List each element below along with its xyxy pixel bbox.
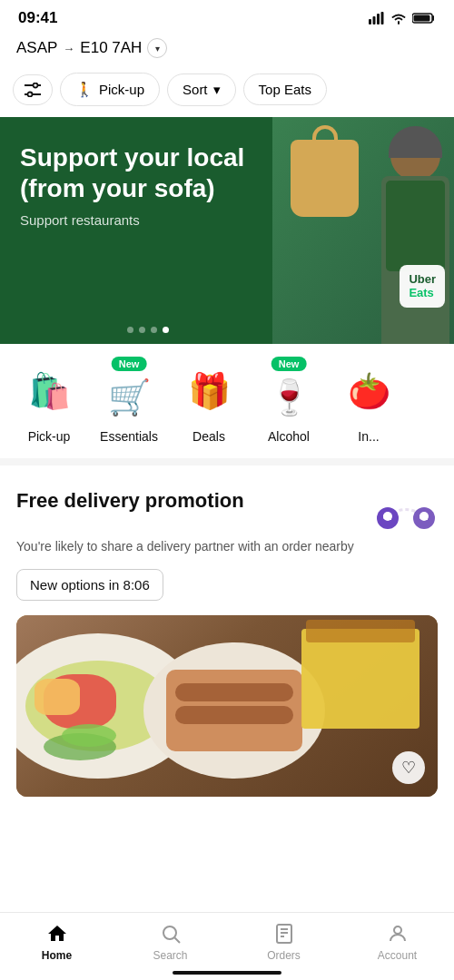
essentials-emoji: 🛒 xyxy=(108,377,151,417)
home-indicator xyxy=(173,971,281,975)
bottom-nav: Home Search Orders Account xyxy=(0,912,454,980)
category-essentials[interactable]: New 🛒 Essentials xyxy=(89,360,169,444)
hero-banner: Support your local (from your sofa) Supp… xyxy=(0,117,454,344)
section-divider xyxy=(0,458,454,466)
home-icon xyxy=(45,922,69,946)
promo-title: Free delivery promotion xyxy=(16,489,374,513)
status-time: 09:41 xyxy=(18,9,57,27)
timer-badge: New options in 8:06 xyxy=(16,569,163,601)
pickup-filter-label: Pick-up xyxy=(99,82,144,97)
category-alcohol[interactable]: New 🍷 Alcohol xyxy=(249,360,329,444)
sort-chevron-icon: ▾ xyxy=(213,82,221,98)
svg-rect-2 xyxy=(377,14,380,24)
adjust-icon xyxy=(25,83,41,97)
promo-map-icons: 🛍 🛍 xyxy=(374,489,438,534)
promo-description: You're likely to share a delivery partne… xyxy=(16,538,438,556)
hero-subtitle: Support restaurants xyxy=(20,212,272,228)
restaurant-image xyxy=(16,615,438,797)
grocery-icon-wrap: 🍅 xyxy=(338,360,400,422)
sort-label: Sort xyxy=(183,82,208,97)
location-bar[interactable]: ASAP → E10 7AH ▾ xyxy=(0,33,454,67)
top-eats-button[interactable]: Top Eats xyxy=(243,74,327,105)
svg-rect-5 xyxy=(414,15,430,22)
promo-header: Free delivery promotion 🛍 🛍 xyxy=(16,489,438,534)
alcohol-category-label: Alcohol xyxy=(268,429,310,444)
hero-image: Uber Eats xyxy=(272,117,454,344)
hero-title: Support your local (from your sofa) xyxy=(20,142,272,203)
deals-emoji: 🎁 xyxy=(188,371,231,411)
favorite-button[interactable]: ♡ xyxy=(392,751,425,784)
deals-category-label: Deals xyxy=(192,429,225,444)
alcohol-badge: New xyxy=(271,357,307,371)
essentials-icon-wrap: New 🛒 xyxy=(98,360,160,422)
nav-home[interactable]: Home xyxy=(0,922,114,962)
nav-search[interactable]: Search xyxy=(114,922,227,962)
account-icon xyxy=(386,922,410,946)
pickup-category-label: Pick-up xyxy=(28,429,71,444)
hero-text-side: Support your local (from your sofa) Supp… xyxy=(0,117,272,344)
location-arrow: → xyxy=(63,42,74,55)
filter-adjust-button[interactable] xyxy=(13,74,53,105)
promo-section: Free delivery promotion 🛍 🛍 Y xyxy=(0,471,454,809)
restaurant-card[interactable]: ♡ xyxy=(16,615,438,797)
svg-line-17 xyxy=(174,938,180,944)
battery-icon xyxy=(412,12,436,24)
alcohol-emoji: 🍷 xyxy=(268,377,311,417)
home-nav-label: Home xyxy=(42,949,72,962)
uber-text: Uber xyxy=(409,272,436,287)
orders-nav-label: Orders xyxy=(267,949,301,962)
category-pickup[interactable]: 🛍️ Pick-up xyxy=(9,360,89,444)
orders-icon xyxy=(272,922,296,946)
svg-point-22 xyxy=(394,926,401,934)
status-icons xyxy=(369,12,436,24)
category-deals[interactable]: 🎁 Deals xyxy=(169,360,249,444)
grocery-emoji: 🍅 xyxy=(348,371,390,411)
uber-eats-badge: Uber Eats xyxy=(400,265,445,308)
category-grocery[interactable]: 🍅 In... xyxy=(329,360,409,444)
search-nav-label: Search xyxy=(153,949,187,962)
signal-icon xyxy=(369,12,385,24)
svg-point-9 xyxy=(28,92,33,96)
sort-button[interactable]: Sort ▾ xyxy=(167,74,236,106)
nav-account[interactable]: Account xyxy=(340,922,454,962)
svg-rect-3 xyxy=(381,12,384,24)
category-row: 🛍️ Pick-up New 🛒 Essentials 🎁 Deals New … xyxy=(0,344,454,453)
nav-orders[interactable]: Orders xyxy=(227,922,340,962)
status-bar: 09:41 xyxy=(0,0,454,33)
asap-label: ASAP xyxy=(16,39,57,57)
wifi-icon xyxy=(390,12,407,24)
deals-icon-wrap: 🎁 xyxy=(178,360,240,422)
essentials-category-label: Essentials xyxy=(100,429,158,444)
svg-text:🛍: 🛍 xyxy=(383,512,392,522)
top-eats-label: Top Eats xyxy=(259,82,311,97)
location-chevron[interactable]: ▾ xyxy=(147,38,167,58)
svg-rect-1 xyxy=(373,16,376,24)
svg-text:🛍: 🛍 xyxy=(419,512,429,522)
svg-point-7 xyxy=(34,83,38,87)
pickup-icon: 🚶 xyxy=(75,81,94,98)
svg-rect-0 xyxy=(369,19,371,24)
address-label: E10 7AH xyxy=(80,39,142,57)
pickup-emoji: 🛍️ xyxy=(28,371,71,411)
heart-icon: ♡ xyxy=(401,758,416,778)
pickup-icon-wrap: 🛍️ xyxy=(18,360,80,422)
eats-text: Eats xyxy=(409,286,436,300)
essentials-badge: New xyxy=(112,357,147,371)
account-nav-label: Account xyxy=(378,949,417,962)
grocery-category-label: In... xyxy=(358,429,379,444)
pickup-filter-button[interactable]: 🚶 Pick-up xyxy=(60,73,160,106)
alcohol-icon-wrap: New 🍷 xyxy=(258,360,320,422)
filter-bar: 🚶 Pick-up Sort ▾ Top Eats xyxy=(0,67,454,117)
svg-point-16 xyxy=(163,926,176,939)
search-icon xyxy=(159,922,183,946)
map-pin-icon: 🛍 🛍 xyxy=(374,489,438,534)
